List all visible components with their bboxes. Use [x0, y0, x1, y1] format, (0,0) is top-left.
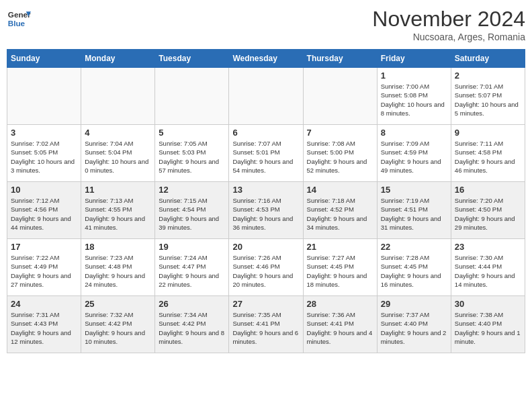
- weekday-header: Saturday: [451, 50, 525, 68]
- day-info: Sunrise: 7:20 AM Sunset: 4:50 PM Dayligh…: [455, 196, 521, 232]
- day-number: 8: [381, 128, 447, 138]
- day-number: 5: [159, 128, 225, 138]
- day-info: Sunrise: 7:09 AM Sunset: 4:59 PM Dayligh…: [381, 139, 447, 175]
- weekday-header: Tuesday: [155, 50, 229, 68]
- day-number: 22: [381, 242, 447, 252]
- day-info: Sunrise: 7:01 AM Sunset: 5:07 PM Dayligh…: [455, 82, 521, 118]
- calendar-cell: [303, 68, 377, 125]
- calendar-cell: 2Sunrise: 7:01 AM Sunset: 5:07 PM Daylig…: [451, 68, 525, 125]
- calendar-week-row: 17Sunrise: 7:22 AM Sunset: 4:49 PM Dayli…: [7, 239, 525, 296]
- svg-text:General: General: [8, 10, 31, 19]
- calendar-cell: 30Sunrise: 7:38 AM Sunset: 4:40 PM Dayli…: [451, 296, 525, 353]
- day-info: Sunrise: 7:37 AM Sunset: 4:40 PM Dayligh…: [381, 310, 447, 346]
- day-number: 13: [232, 185, 299, 195]
- calendar-week-row: 3Sunrise: 7:02 AM Sunset: 5:05 PM Daylig…: [7, 125, 525, 182]
- weekday-header: Monday: [81, 50, 155, 68]
- calendar-cell: 8Sunrise: 7:09 AM Sunset: 4:59 PM Daylig…: [377, 125, 451, 182]
- day-info: Sunrise: 7:23 AM Sunset: 4:48 PM Dayligh…: [85, 253, 151, 289]
- day-number: 12: [159, 185, 225, 195]
- calendar-cell: 9Sunrise: 7:11 AM Sunset: 4:58 PM Daylig…: [451, 125, 525, 182]
- calendar-cell: 12Sunrise: 7:15 AM Sunset: 4:54 PM Dayli…: [155, 182, 229, 239]
- day-number: 16: [455, 185, 521, 195]
- logo-icon: General Blue: [7, 7, 31, 31]
- page-header: General Blue November 2024 Nucsoara, Arg…: [7, 7, 525, 42]
- day-number: 21: [307, 242, 373, 252]
- day-number: 17: [11, 242, 77, 252]
- location: Nucsoara, Arges, Romania: [372, 32, 525, 42]
- weekday-header: Thursday: [303, 50, 377, 68]
- day-info: Sunrise: 7:18 AM Sunset: 4:52 PM Dayligh…: [307, 196, 373, 232]
- day-number: 6: [232, 128, 299, 138]
- day-number: 7: [307, 128, 373, 138]
- day-info: Sunrise: 7:36 AM Sunset: 4:41 PM Dayligh…: [307, 310, 373, 346]
- day-number: 29: [381, 299, 447, 309]
- calendar-cell: 22Sunrise: 7:28 AM Sunset: 4:45 PM Dayli…: [377, 239, 451, 296]
- calendar-cell: 7Sunrise: 7:08 AM Sunset: 5:00 PM Daylig…: [303, 125, 377, 182]
- day-number: 10: [11, 185, 77, 195]
- day-info: Sunrise: 7:02 AM Sunset: 5:05 PM Dayligh…: [11, 139, 77, 175]
- calendar-cell: [81, 68, 155, 125]
- calendar-cell: 25Sunrise: 7:32 AM Sunset: 4:42 PM Dayli…: [81, 296, 155, 353]
- day-info: Sunrise: 7:12 AM Sunset: 4:56 PM Dayligh…: [11, 196, 77, 232]
- day-info: Sunrise: 7:30 AM Sunset: 4:44 PM Dayligh…: [455, 253, 521, 289]
- day-info: Sunrise: 7:26 AM Sunset: 4:46 PM Dayligh…: [232, 253, 299, 289]
- day-info: Sunrise: 7:04 AM Sunset: 5:04 PM Dayligh…: [85, 139, 151, 175]
- calendar-cell: 14Sunrise: 7:18 AM Sunset: 4:52 PM Dayli…: [303, 182, 377, 239]
- calendar-cell: 5Sunrise: 7:05 AM Sunset: 5:03 PM Daylig…: [155, 125, 229, 182]
- day-number: 27: [232, 299, 299, 309]
- day-info: Sunrise: 7:35 AM Sunset: 4:41 PM Dayligh…: [232, 310, 299, 346]
- day-number: 19: [159, 242, 225, 252]
- day-info: Sunrise: 7:16 AM Sunset: 4:53 PM Dayligh…: [232, 196, 299, 232]
- day-number: 2: [455, 71, 521, 81]
- calendar-cell: 18Sunrise: 7:23 AM Sunset: 4:48 PM Dayli…: [81, 239, 155, 296]
- day-number: 1: [381, 71, 447, 81]
- calendar-cell: 19Sunrise: 7:24 AM Sunset: 4:47 PM Dayli…: [155, 239, 229, 296]
- day-info: Sunrise: 7:08 AM Sunset: 5:00 PM Dayligh…: [307, 139, 373, 175]
- day-info: Sunrise: 7:11 AM Sunset: 4:58 PM Dayligh…: [455, 139, 521, 175]
- day-number: 28: [307, 299, 373, 309]
- day-info: Sunrise: 7:19 AM Sunset: 4:51 PM Dayligh…: [381, 196, 447, 232]
- calendar-cell: 24Sunrise: 7:31 AM Sunset: 4:43 PM Dayli…: [7, 296, 81, 353]
- day-info: Sunrise: 7:28 AM Sunset: 4:45 PM Dayligh…: [381, 253, 447, 289]
- calendar-cell: 26Sunrise: 7:34 AM Sunset: 4:42 PM Dayli…: [155, 296, 229, 353]
- day-number: 23: [455, 242, 521, 252]
- day-info: Sunrise: 7:00 AM Sunset: 5:08 PM Dayligh…: [381, 82, 447, 118]
- day-number: 14: [307, 185, 373, 195]
- day-info: Sunrise: 7:22 AM Sunset: 4:49 PM Dayligh…: [11, 253, 77, 289]
- day-number: 30: [455, 299, 521, 309]
- calendar-cell: 23Sunrise: 7:30 AM Sunset: 4:44 PM Dayli…: [451, 239, 525, 296]
- day-number: 25: [85, 299, 151, 309]
- day-info: Sunrise: 7:13 AM Sunset: 4:55 PM Dayligh…: [85, 196, 151, 232]
- calendar-cell: 28Sunrise: 7:36 AM Sunset: 4:41 PM Dayli…: [303, 296, 377, 353]
- day-number: 9: [455, 128, 521, 138]
- calendar-cell: [7, 68, 81, 125]
- calendar-cell: 21Sunrise: 7:27 AM Sunset: 4:45 PM Dayli…: [303, 239, 377, 296]
- calendar-cell: 6Sunrise: 7:07 AM Sunset: 5:01 PM Daylig…: [229, 125, 303, 182]
- calendar-cell: 29Sunrise: 7:37 AM Sunset: 4:40 PM Dayli…: [377, 296, 451, 353]
- weekday-header: Sunday: [7, 50, 81, 68]
- calendar-week-row: 24Sunrise: 7:31 AM Sunset: 4:43 PM Dayli…: [7, 296, 525, 353]
- calendar-cell: 16Sunrise: 7:20 AM Sunset: 4:50 PM Dayli…: [451, 182, 525, 239]
- day-number: 20: [232, 242, 299, 252]
- month-title: November 2024: [372, 7, 525, 32]
- day-info: Sunrise: 7:15 AM Sunset: 4:54 PM Dayligh…: [159, 196, 225, 232]
- calendar-cell: 27Sunrise: 7:35 AM Sunset: 4:41 PM Dayli…: [229, 296, 303, 353]
- day-info: Sunrise: 7:07 AM Sunset: 5:01 PM Dayligh…: [232, 139, 299, 175]
- day-info: Sunrise: 7:24 AM Sunset: 4:47 PM Dayligh…: [159, 253, 225, 289]
- day-number: 26: [159, 299, 225, 309]
- calendar-cell: 17Sunrise: 7:22 AM Sunset: 4:49 PM Dayli…: [7, 239, 81, 296]
- day-number: 11: [85, 185, 151, 195]
- day-info: Sunrise: 7:32 AM Sunset: 4:42 PM Dayligh…: [85, 310, 151, 346]
- calendar-cell: 13Sunrise: 7:16 AM Sunset: 4:53 PM Dayli…: [229, 182, 303, 239]
- day-number: 3: [11, 128, 77, 138]
- calendar-header-row: SundayMondayTuesdayWednesdayThursdayFrid…: [7, 50, 525, 68]
- day-info: Sunrise: 7:27 AM Sunset: 4:45 PM Dayligh…: [307, 253, 373, 289]
- day-number: 15: [381, 185, 447, 195]
- calendar-cell: 15Sunrise: 7:19 AM Sunset: 4:51 PM Dayli…: [377, 182, 451, 239]
- title-area: November 2024 Nucsoara, Arges, Romania: [372, 7, 525, 42]
- calendar-table: SundayMondayTuesdayWednesdayThursdayFrid…: [7, 49, 525, 353]
- day-info: Sunrise: 7:38 AM Sunset: 4:40 PM Dayligh…: [455, 310, 521, 346]
- calendar-cell: 10Sunrise: 7:12 AM Sunset: 4:56 PM Dayli…: [7, 182, 81, 239]
- calendar-cell: [155, 68, 229, 125]
- day-info: Sunrise: 7:05 AM Sunset: 5:03 PM Dayligh…: [159, 139, 225, 175]
